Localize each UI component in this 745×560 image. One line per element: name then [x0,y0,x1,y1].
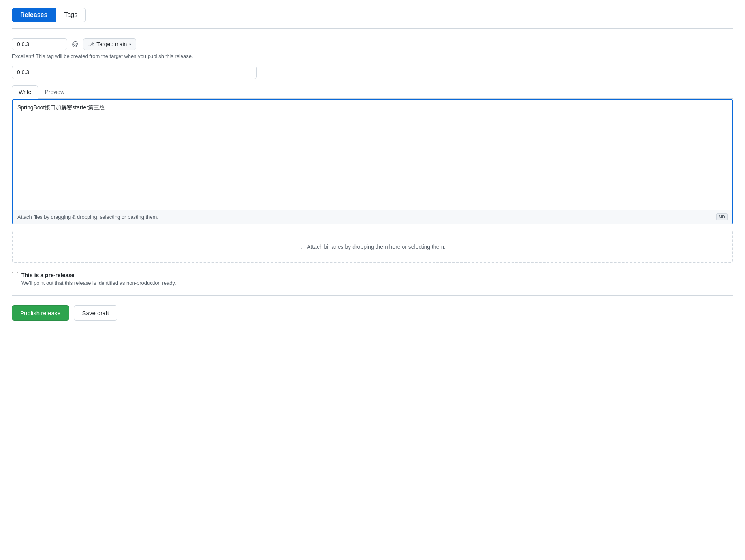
prerelease-checkbox[interactable] [12,272,18,278]
tag-version-row: @ ⎇ Target: main ▾ [12,38,733,50]
prerelease-label[interactable]: This is a pre-release [12,272,733,278]
attach-binaries-area[interactable]: ↓ Attach binaries by dropping them here … [12,231,733,263]
chevron-down-icon: ▾ [129,42,131,47]
tag-version-input[interactable] [12,38,67,50]
file-attach-bar[interactable]: Attach files by dragging & dropping, sel… [13,210,732,224]
tab-releases[interactable]: Releases [12,8,56,22]
release-tabs: Releases Tags [12,8,733,22]
prerelease-hint: We'll point out that this release is ide… [21,280,733,286]
attach-binaries-label: Attach binaries by dropping them here or… [307,244,446,250]
action-buttons: Publish release Save draft [12,305,733,321]
divider-top [12,28,733,29]
description-textarea[interactable]: SpringBoot接口加解密starter第三版 [13,100,732,210]
tab-preview[interactable]: Preview [38,85,71,98]
download-icon: ↓ [299,242,303,251]
publish-release-button[interactable]: Publish release [12,305,69,321]
branch-icon: ⎇ [88,41,94,47]
markdown-badge: MD [716,213,728,220]
prerelease-section: This is a pre-release We'll point out th… [12,272,733,296]
file-attach-label: Attach files by dragging & dropping, sel… [17,214,158,220]
prerelease-checkbox-label: This is a pre-release [21,272,75,278]
target-branch-button[interactable]: ⎇ Target: main ▾ [83,38,136,50]
target-label: Target: main [96,41,127,47]
tag-hint-text: Excellent! This tag will be created from… [12,53,733,59]
at-symbol: @ [72,41,78,48]
save-draft-button[interactable]: Save draft [74,305,117,321]
tab-write[interactable]: Write [12,85,38,99]
tab-tags[interactable]: Tags [56,8,86,22]
release-title-input[interactable] [12,66,257,79]
description-container: SpringBoot接口加解密starter第三版 Attach files b… [12,99,733,224]
editor-tabs: Write Preview [12,85,733,99]
